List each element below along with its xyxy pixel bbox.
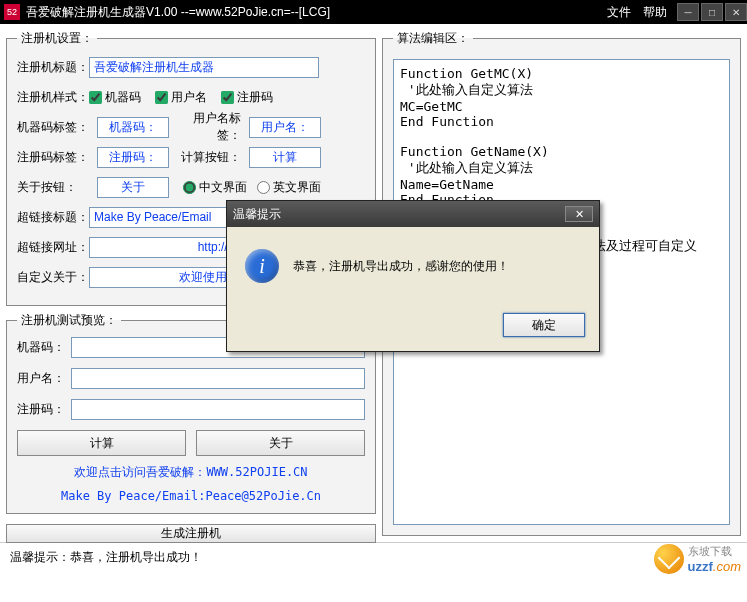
message-dialog: 温馨提示 ✕ i 恭喜，注册机导出成功，感谢您的使用！ 确定 (226, 200, 600, 352)
calc-btn-input[interactable] (249, 147, 321, 168)
watermark: 东坡下载 uzzf.com (654, 544, 741, 574)
user-tag-input[interactable] (249, 117, 321, 138)
info-icon: i (245, 249, 279, 283)
title-label: 注册机标题： (17, 59, 89, 76)
title-input[interactable] (89, 57, 319, 78)
mc-tag-input[interactable] (97, 117, 169, 138)
test-link2[interactable]: Make By Peace/Email:Peace@52PoJie.Cn (17, 489, 365, 503)
radio-cn[interactable] (183, 181, 196, 194)
menu-bar: 文件 帮助 (607, 4, 667, 21)
cb-machine[interactable] (89, 91, 102, 104)
minimize-button[interactable]: ─ (677, 3, 699, 21)
about-btn-input[interactable] (97, 177, 169, 198)
cb-user[interactable] (155, 91, 168, 104)
settings-legend: 注册机设置： (17, 30, 97, 47)
menu-file[interactable]: 文件 (607, 4, 631, 21)
user-tag-label: 用户名标签： (177, 110, 241, 144)
cb-reg[interactable] (221, 91, 234, 104)
reg-tag-label: 注册码标签： (17, 149, 89, 166)
dialog-ok-button[interactable]: 确定 (503, 313, 585, 337)
reg-tag-input[interactable] (97, 147, 169, 168)
window-title: 吾爱破解注册机生成器V1.00 --=www.52PoJie.cn=--[LCG… (26, 4, 607, 21)
mc-tag-label: 机器码标签： (17, 119, 89, 136)
watermark-icon (654, 544, 684, 574)
custom-about-label: 自定义关于： (17, 269, 89, 286)
dialog-title: 温馨提示 (233, 206, 565, 223)
test-about-button[interactable]: 关于 (196, 430, 365, 456)
test-mc-label: 机器码： (17, 339, 71, 356)
app-icon: 52 (4, 4, 20, 20)
editor-legend: 算法编辑区： (393, 30, 473, 47)
link-url-label: 超链接网址： (17, 239, 89, 256)
titlebar: 52 吾爱破解注册机生成器V1.00 --=www.52PoJie.cn=--[… (0, 0, 747, 24)
close-button[interactable]: ✕ (725, 3, 747, 21)
test-user-input[interactable] (71, 368, 365, 389)
test-legend: 注册机测试预览： (17, 312, 121, 329)
radio-en[interactable] (257, 181, 270, 194)
dialog-close-button[interactable]: ✕ (565, 206, 593, 222)
menu-help[interactable]: 帮助 (643, 4, 667, 21)
calc-btn-label: 计算按钮： (177, 149, 241, 166)
test-calc-button[interactable]: 计算 (17, 430, 186, 456)
maximize-button[interactable]: □ (701, 3, 723, 21)
test-reg-label: 注册码： (17, 401, 71, 418)
test-user-label: 用户名： (17, 370, 71, 387)
test-link1[interactable]: 欢迎点击访问吾爱破解：WWW.52POJIE.CN (17, 464, 365, 481)
link-title-label: 超链接标题： (17, 209, 89, 226)
style-label: 注册机样式： (17, 89, 89, 106)
test-reg-input[interactable] (71, 399, 365, 420)
status-bar: 温馨提示：恭喜，注册机导出成功！ (0, 542, 747, 572)
about-btn-label: 关于按钮： (17, 179, 89, 196)
generate-button[interactable]: 生成注册机 (6, 524, 376, 543)
dialog-message: 恭喜，注册机导出成功，感谢您的使用！ (293, 258, 509, 275)
